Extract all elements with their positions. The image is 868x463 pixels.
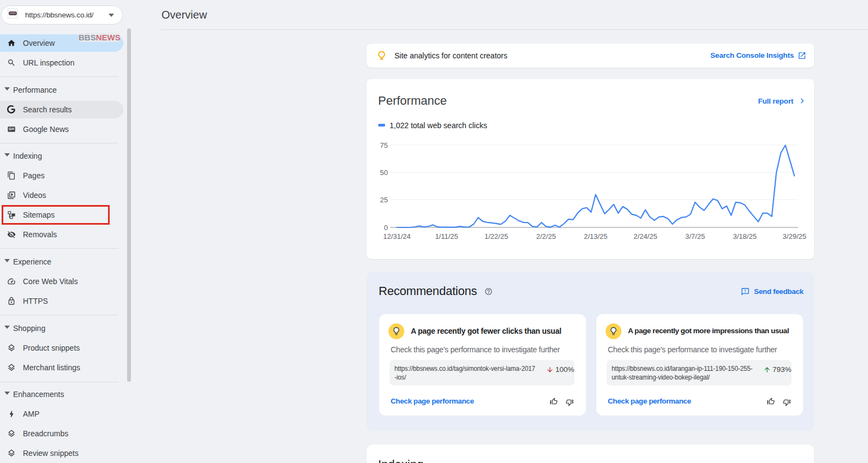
svg-text:3/18/25: 3/18/25: [733, 232, 757, 240]
svg-text:2/13/25: 2/13/25: [584, 232, 607, 240]
svg-text:1/22/25: 1/22/25: [484, 232, 508, 240]
svg-text:2/24/25: 2/24/25: [633, 232, 657, 240]
svg-text:50: 50: [380, 169, 388, 177]
svg-text:0: 0: [384, 224, 388, 232]
svg-text:2/2/25: 2/2/25: [536, 232, 556, 240]
svg-text:3/7/25: 3/7/25: [685, 232, 705, 240]
svg-text:G: G: [9, 127, 11, 131]
svg-text:12/31/24: 12/31/24: [383, 232, 411, 240]
svg-text:75: 75: [380, 141, 388, 149]
svg-text:3/29/25: 3/29/25: [783, 232, 806, 240]
svg-text:25: 25: [380, 196, 388, 204]
svg-text:1/11/25: 1/11/25: [435, 232, 458, 240]
